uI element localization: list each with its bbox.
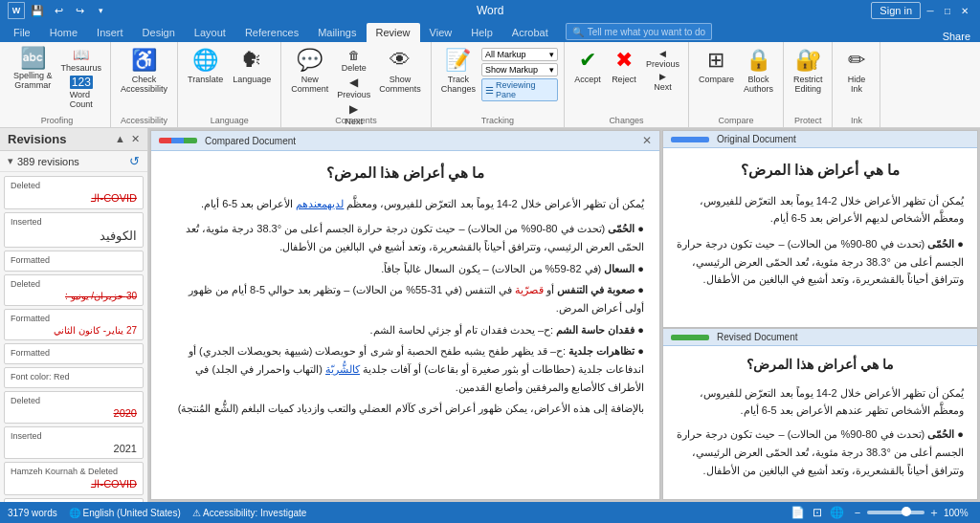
status-bar: 3179 words 🌐 English (United States) ⚠ A… — [0, 502, 980, 523]
prev-change-label: Previous — [646, 59, 679, 69]
accept-label: Accept — [574, 75, 601, 84]
delete-icon: 🗑 — [348, 49, 360, 62]
zoom-in-btn[interactable]: ＋ — [928, 505, 940, 521]
revision-type: Formatted — [11, 348, 137, 358]
language-btn[interactable]: 🗣 Language — [229, 46, 275, 86]
accessibility-label: CheckAccessibility — [121, 75, 167, 94]
tab-insert[interactable]: Insert — [87, 23, 133, 42]
reviewing-pane-btn[interactable]: ☰ Reviewing Pane — [481, 78, 558, 101]
bullet-5: ● تظاهرات جلدية :ح– قد يظهر طفح يشبه طفح… — [167, 342, 644, 396]
main-area: Revisions ▲ ✕ ▾ 389 revisions ↺ Deleted … — [0, 128, 980, 502]
next-change-btn[interactable]: ▶ Next — [643, 71, 682, 93]
revision-card: Formatted 27 يناير- كانون الثاني — [4, 309, 144, 340]
track-changes-btn[interactable]: 📝 TrackChanges — [437, 46, 479, 96]
tab-design[interactable]: Design — [133, 23, 185, 42]
comments-group-label: Comments — [281, 116, 431, 125]
zoom-slider[interactable] — [867, 511, 924, 514]
spelling-label: Spelling &Grammar — [13, 71, 53, 90]
para-extra: بالإضافة إلى هذه الأعراض، يمكن ظهور أعرا… — [167, 400, 644, 418]
revision-content: الكوفيد — [11, 229, 137, 243]
original-doc-main-title: ما هي أعراض هذا المرض؟ — [677, 158, 964, 183]
check-accessibility-btn[interactable]: ♿ CheckAccessibility — [117, 46, 171, 96]
word-count-btn[interactable]: 123 WordCount — [58, 75, 105, 110]
tab-references[interactable]: References — [235, 23, 308, 42]
spelling-grammar-btn[interactable]: 🔤 Spelling &Grammar — [10, 46, 56, 92]
proofing-buttons: 🔤 Spelling &Grammar 📖 Thesaurus 123 Word… — [10, 46, 104, 125]
view-normal-btn[interactable]: 📄 — [791, 506, 805, 519]
reject-btn[interactable]: ✖ Reject — [607, 46, 641, 86]
tab-view[interactable]: View — [420, 23, 462, 42]
markup-dropdown-arrow: ▾ — [549, 50, 554, 59]
original-color-bar — [671, 137, 709, 142]
language-icon-status: 🌐 — [69, 508, 80, 518]
tab-file[interactable]: File — [4, 23, 40, 42]
tab-help[interactable]: Help — [461, 23, 502, 42]
prev-comment-btn[interactable]: ◀ Previous — [334, 75, 373, 100]
ribbon-group-protect: 🔐 RestrictEditing Protect — [784, 42, 834, 127]
prev-change-icon: ◀ — [659, 49, 666, 58]
markup-dropdown[interactable]: All Markup ▾ — [481, 48, 558, 61]
view-web-btn[interactable]: 🌐 — [830, 506, 844, 519]
accept-btn[interactable]: ✔ Accept — [570, 46, 605, 86]
share-btn[interactable]: Share — [943, 31, 970, 42]
block-authors-btn[interactable]: 🔒 BlockAuthors — [740, 46, 777, 96]
zoom-out-btn[interactable]: － — [852, 505, 863, 521]
revisions-collapse-icon[interactable]: ▾ — [8, 155, 13, 167]
tab-mailings[interactable]: Mailings — [308, 23, 366, 42]
ribbon-group-language: 🌐 Translate 🗣 Language Language — [178, 42, 281, 127]
tab-home[interactable]: Home — [40, 23, 87, 42]
word-count-icon: 123 — [70, 76, 93, 89]
hide-ink-btn[interactable]: ✏ HideInk — [839, 46, 874, 96]
tab-layout[interactable]: Layout — [185, 23, 235, 42]
compare-btn[interactable]: ⊞ Compare — [695, 46, 738, 86]
show-comments-btn[interactable]: 👁 ShowComments — [375, 46, 425, 96]
restrict-editing-btn[interactable]: 🔐 RestrictEditing — [790, 46, 827, 96]
revisions-refresh-btn[interactable]: ↺ — [129, 154, 140, 168]
revision-card: Inserted 2021 — [4, 426, 144, 459]
tab-acrobat[interactable]: Acrobat — [502, 23, 558, 42]
revision-type: Deleted — [11, 279, 137, 289]
revision-card: Deleted COVID-الـ — [4, 176, 144, 209]
view-layout-btn[interactable]: ⊡ — [813, 506, 822, 519]
original-doc-pane: Original Document ما هي أعراض هذا المرض؟… — [662, 130, 978, 500]
accept-icon: ✔ — [579, 48, 596, 73]
prev-change-btn[interactable]: ◀ Previous — [643, 48, 682, 70]
minimize-btn[interactable]: ─ — [923, 3, 938, 18]
search-placeholder: Tell me what you want to do — [588, 27, 705, 37]
undo-btn[interactable]: ↩ — [50, 2, 67, 19]
show-markup-dropdown[interactable]: Show Markup ▾ — [481, 63, 558, 76]
search-bar[interactable]: 🔍 Tell me what you want to do — [566, 23, 712, 40]
thesaurus-btn[interactable]: 📖 Thesaurus — [58, 46, 105, 74]
thesaurus-icon: 📖 — [73, 47, 89, 62]
tab-review[interactable]: Review — [367, 23, 420, 42]
zoom-controls: － ＋ 100% — [852, 505, 972, 521]
block-authors-label: BlockAuthors — [744, 75, 773, 94]
sidebar-close-btn[interactable]: ✕ — [131, 133, 140, 145]
ribbon-group-comments: 💬 NewComment 🗑 Delete ◀ Previous ▶ Next — [281, 42, 432, 127]
ribbon-tab-bar: File Home Insert Design Layout Reference… — [0, 21, 980, 42]
language-group-label: Language — [178, 116, 280, 125]
word-count-status: 3179 words — [8, 508, 57, 518]
customize-quick-btn[interactable]: ▾ — [92, 2, 109, 19]
redo-btn[interactable]: ↪ — [71, 2, 88, 19]
maximize-btn[interactable]: □ — [940, 3, 955, 18]
next-change-label: Next — [654, 82, 672, 92]
reviewing-pane-icon: ☰ — [485, 85, 494, 96]
ribbon-group-ink: ✏ HideInk Ink — [833, 42, 880, 127]
ribbon-group-accessibility: ♿ CheckAccessibility Accessibility — [111, 42, 178, 127]
translate-btn[interactable]: 🌐 Translate — [184, 46, 227, 86]
top-docs-row: Compared Document ✕ ما هي أعراض هذا المر… — [150, 130, 978, 500]
revision-type: Inserted — [11, 431, 137, 441]
delete-comment-btn[interactable]: 🗑 Delete — [334, 48, 373, 74]
protect-group-label: Protect — [784, 116, 833, 125]
ink-group-label: Ink — [833, 116, 880, 125]
sign-in-button[interactable]: Sign in — [871, 2, 921, 19]
compared-doc-close[interactable]: ✕ — [642, 134, 652, 147]
accessibility-status[interactable]: ⚠ Accessibility: Investigate — [192, 508, 307, 518]
track-changes-label: TrackChanges — [441, 75, 476, 94]
close-btn[interactable]: ✕ — [957, 3, 972, 18]
new-comment-btn[interactable]: 💬 NewComment — [287, 46, 332, 96]
save-quick-btn[interactable]: 💾 — [29, 2, 46, 19]
sidebar-collapse-btn[interactable]: ▲ — [115, 133, 125, 145]
revisions-count: 389 revisions — [17, 156, 79, 167]
